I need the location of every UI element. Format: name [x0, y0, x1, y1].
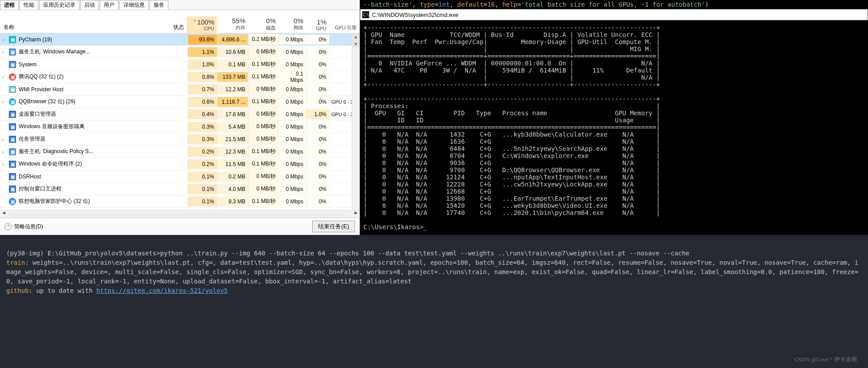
- process-row[interactable]: ▣控制台窗口主进程0.1%4.0 MB0 MB/秒0 Mbps0%: [0, 183, 359, 195]
- process-name: ▣Windows 命令处理程序 (2): [6, 160, 161, 168]
- process-name: ▣System: [6, 61, 161, 68]
- app-icon: ▣: [9, 148, 16, 155]
- col-disk-header[interactable]: 0% 磁盘: [248, 15, 278, 33]
- disk-cell: 0.1 MB/秒: [248, 196, 278, 207]
- expand-icon[interactable]: ›: [0, 162, 6, 167]
- vertical-scrollbar[interactable]: ▲ ▼: [352, 33, 359, 210]
- process-row[interactable]: ›▣Windows 命令处理程序 (2)0.2%11.5 MB0.1 MB/秒0…: [0, 158, 359, 170]
- fewer-details-link[interactable]: ˄ 简略信息(D): [4, 223, 43, 231]
- col-name-header[interactable]: 名称: [0, 22, 160, 33]
- watermark: CSDN @Love丶伊卡洛斯: [794, 356, 857, 364]
- process-name: ▣服务主机: Diagnostic Policy S...: [6, 148, 161, 155]
- mem-cell: 0.2 MB: [217, 172, 248, 182]
- col-cpu-header[interactable]: ˅100% CPU: [187, 16, 217, 33]
- process-row[interactable]: ›▣服务主机: Diagnostic Policy S...0.2%12.3 M…: [0, 146, 359, 158]
- disk-pct: 0%: [251, 17, 276, 24]
- process-name: ▣联想电脑管家防护中心 (32 位): [6, 198, 161, 205]
- process-row[interactable]: ›▣PyCharm (19)93.6%4,696.6 ...0.2 MB/秒0 …: [0, 33, 359, 46]
- expand-icon[interactable]: ›: [0, 37, 6, 42]
- expand-icon[interactable]: ›: [0, 149, 6, 154]
- net-cell: 0.1 Mbps: [278, 69, 306, 85]
- terminal-command: (py38-img) E:\GitHub_pro\yolov5\datasets…: [6, 250, 689, 257]
- tab-bar: 进程 性能 应用历史记录 启动 用户 详细信息 服务: [0, 0, 359, 10]
- disk-cell: 0 MB/秒: [248, 171, 278, 182]
- mem-cell: 12.3 MB: [217, 147, 248, 157]
- end-task-button[interactable]: 结束任务(E): [312, 221, 355, 232]
- app-icon: ▣: [9, 186, 16, 193]
- tab-services[interactable]: 服务: [150, 0, 168, 10]
- disk-cell: 0 MB/秒: [248, 183, 278, 194]
- process-row[interactable]: ›▣腾讯QQ (32 位) (2)0.8%133.7 MB0.1 MB/秒0.1…: [0, 71, 359, 83]
- expand-icon[interactable]: ›: [0, 49, 6, 55]
- cpu-cell: 0.3%: [187, 134, 217, 144]
- process-name: ▣控制台窗口主进程: [6, 185, 161, 193]
- cmd-icon: C:\: [362, 11, 369, 18]
- tab-performance[interactable]: 性能: [20, 0, 38, 10]
- app-icon: ▣: [9, 161, 16, 168]
- cpu-cell: 0.3%: [187, 122, 217, 132]
- disk-cell: 0 MB/秒: [248, 133, 278, 145]
- col-mem-header[interactable]: 55% 内存: [217, 15, 248, 33]
- tab-startup[interactable]: 启动: [80, 0, 99, 10]
- sort-desc-icon: ˅: [193, 19, 196, 26]
- process-row[interactable]: ›▣服务主机: Windows Manage...1.1%10.6 MB0 MB…: [0, 46, 359, 58]
- col-net-header[interactable]: 0% 网络: [278, 15, 306, 33]
- col-gpu-header[interactable]: 1% GPU: [306, 16, 329, 33]
- net-cell: 0 Mbps: [278, 147, 306, 157]
- horizontal-scrollbar[interactable]: ◀ ▶: [0, 210, 359, 218]
- process-list[interactable]: ▲ ▼ ›▣PyCharm (19)93.6%4,696.6 ...0.2 MB…: [0, 33, 359, 210]
- pycharm-terminal[interactable]: (py38-img) E:\GitHub_pro\yolov5\datasets…: [0, 235, 868, 368]
- col-status-header[interactable]: 状态: [160, 22, 187, 33]
- app-icon: ▣: [9, 86, 16, 93]
- process-name: ▣QQBrowser (32 位) (29): [6, 98, 161, 105]
- mem-cell: 9.3 MB: [217, 197, 248, 206]
- gpu-pct: 1%: [309, 18, 326, 26]
- expand-icon[interactable]: ›: [0, 74, 6, 80]
- tab-processes[interactable]: 进程: [0, 0, 19, 10]
- process-row[interactable]: ▣桌面窗口管理器0.4%17.6 MB0 MB/秒0 Mbps1.0%GPU 0…: [0, 108, 359, 121]
- app-icon: ▣: [9, 49, 16, 56]
- process-name: ▣腾讯QQ (32 位) (2): [6, 73, 161, 81]
- mem-cell: 0.1 MB: [217, 60, 248, 69]
- mem-cell: 5.4 MB: [217, 122, 248, 132]
- process-row[interactable]: ›▣QQBrowser (32 位) (29)0.6%1,116.7 ...0.…: [0, 96, 359, 108]
- cpu-cell: 0.6%: [187, 97, 217, 107]
- repo-link[interactable]: https://gitee.com/ikaros-521/yolov5: [96, 287, 228, 294]
- mem-cell: 4,696.6 ...: [217, 35, 248, 44]
- scroll-right-icon[interactable]: ▶: [352, 210, 359, 218]
- cpu-cell: 1.1%: [187, 47, 217, 57]
- cmd-window-titlebar[interactable]: C:\ C:\WINDOWS\system32\cmd.exe: [360, 9, 868, 20]
- editor-line: --batch-size', type=int, default=16, hel…: [360, 0, 868, 9]
- app-icon: ▣: [9, 123, 16, 130]
- process-row[interactable]: ▣联想电脑管家防护中心 (32 位)0.1%9.3 MB0.1 MB/秒0 Mb…: [0, 195, 359, 208]
- scroll-down-icon[interactable]: ▼: [352, 40, 359, 48]
- terminal-tag-train: train: [6, 259, 25, 266]
- tab-app-history[interactable]: 应用历史记录: [39, 0, 79, 10]
- scroll-left-icon[interactable]: ◀: [0, 210, 7, 218]
- cpu-cell: 0.1%: [187, 184, 217, 194]
- expand-icon[interactable]: ›: [0, 99, 6, 105]
- gpu-label: GPU: [309, 26, 326, 31]
- process-row[interactable]: ▣DSRHost0.1%0.2 MB0 MB/秒0 Mbps0%: [0, 170, 359, 183]
- disk-cell: 0.1 MB/秒: [248, 158, 278, 170]
- gpu-cell: 0%: [306, 134, 329, 144]
- expand-icon[interactable]: ›: [0, 137, 6, 142]
- process-row[interactable]: ▣Windows 音频设备图形隔离0.3%5.4 MB0 MB/秒0 Mbps0…: [0, 121, 359, 133]
- col-engine-header[interactable]: GPU 引擎: [329, 16, 359, 33]
- app-icon: ▣: [9, 173, 16, 180]
- gpu-cell: 0%: [306, 147, 329, 157]
- mem-cell: 1,116.7 ...: [217, 97, 248, 107]
- cpu-cell: 93.6%: [187, 35, 217, 44]
- chevron-up-icon: ˄: [4, 223, 12, 230]
- gpu-cell: 0%: [306, 97, 329, 107]
- tab-details[interactable]: 详细信息: [119, 0, 149, 10]
- scroll-up-icon[interactable]: ▲: [352, 33, 359, 40]
- cmd-output[interactable]: +---------------------------------------…: [360, 20, 868, 235]
- tab-users[interactable]: 用户: [100, 0, 118, 10]
- gpu-cell: 0%: [306, 159, 329, 169]
- gpu-cell: 0%: [306, 85, 329, 94]
- disk-cell: 0 MB/秒: [248, 121, 278, 132]
- process-row[interactable]: ›▣任务管理器0.3%21.5 MB0 MB/秒0 Mbps0%: [0, 133, 359, 146]
- process-row[interactable]: ▣WMI Provider Host0.7%12.2 MB0 MB/秒0 Mbp…: [0, 83, 359, 96]
- task-manager-footer: ˄ 简略信息(D) 结束任务(E): [0, 218, 359, 235]
